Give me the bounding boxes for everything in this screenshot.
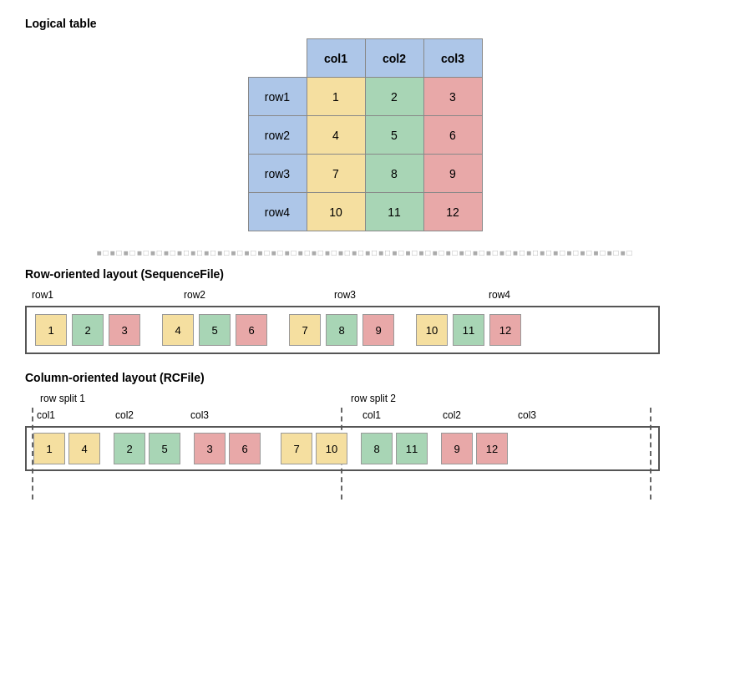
- col-label-s2-col3: col3: [518, 409, 536, 421]
- cell-3-3: 9: [423, 155, 482, 193]
- ro-cell-3: 3: [109, 314, 140, 346]
- cell-4-1: 10: [307, 193, 365, 231]
- rc-cell-10: 10: [316, 433, 347, 464]
- rcfile-row: 1 4 2 5 3 6 7 10 8 11 9: [25, 426, 660, 471]
- split-labels-row: row split 1 row split 2: [25, 393, 660, 409]
- col-label-s1-col3: col3: [190, 409, 209, 421]
- row-header-3: row3: [248, 155, 307, 193]
- table-row: row3 7 8 9: [248, 155, 482, 193]
- ro-cell-10: 10: [416, 314, 448, 346]
- cell-2-1: 4: [307, 116, 365, 155]
- table-row: row2 4 5 6: [248, 116, 482, 155]
- row-header-2: row2: [248, 116, 307, 155]
- row-header-4: row4: [248, 193, 307, 231]
- rc-cell-8: 8: [361, 433, 393, 464]
- row-label-row1: row1: [32, 289, 53, 301]
- ro-cell-12: 12: [489, 314, 521, 346]
- ro-cell-11: 11: [453, 314, 484, 346]
- ro-cell-6: 6: [236, 314, 267, 346]
- row-oriented-title: Row-oriented layout (SequenceFile): [25, 267, 705, 281]
- cell-2-2: 5: [365, 116, 423, 155]
- row-label-row4: row4: [489, 289, 510, 301]
- col-header-2: col2: [365, 39, 423, 78]
- col-oriented-title: Column-oriented layout (RCFile): [25, 371, 705, 384]
- rc-cell-12: 12: [476, 433, 508, 464]
- rcfile-outer: row split 1 row split 2 col1 col2 col3 c…: [25, 393, 660, 471]
- split-label-2: row split 2: [351, 393, 396, 404]
- rcfile-main-row-wrapper: 1 4 2 5 3 6 7 10 8 11 9: [25, 426, 660, 471]
- rc-cell-11: 11: [396, 433, 428, 464]
- col-oriented-section: Column-oriented layout (RCFile) row spli…: [25, 371, 705, 471]
- rc-cell-6: 6: [229, 433, 261, 464]
- table-row: row4 10 11 12: [248, 193, 482, 231]
- cell-4-3: 12: [423, 193, 482, 231]
- rc-cell-2: 2: [114, 433, 145, 464]
- cell-4-2: 11: [365, 193, 423, 231]
- logical-table: col1 col2 col3 row1 1 2 3 row2 4 5 6: [248, 38, 483, 231]
- table-row: row1 1 2 3: [248, 78, 482, 116]
- ro-cell-7: 7: [289, 314, 321, 346]
- col-label-s1-col2: col2: [115, 409, 134, 421]
- col-header-1: col1: [307, 39, 365, 78]
- col-labels-row: col1 col2 col3 col1 col2 col3: [25, 409, 660, 426]
- rc-cell-9: 9: [441, 433, 473, 464]
- row-label-row2: row2: [184, 289, 205, 301]
- cell-1-2: 2: [365, 78, 423, 116]
- col-label-s1-col1: col1: [37, 409, 55, 421]
- col-header-3: col3: [423, 39, 482, 78]
- row-oriented-section: Row-oriented layout (SequenceFile) row1 …: [25, 267, 705, 354]
- ro-cell-8: 8: [326, 314, 357, 346]
- col-label-s2-col2: col2: [443, 409, 461, 421]
- row-label-row3: row3: [334, 289, 356, 301]
- rc-cell-5: 5: [149, 433, 180, 464]
- ro-cell-2: 2: [72, 314, 104, 346]
- ro-cell-1: 1: [35, 314, 67, 346]
- ro-cell-5: 5: [199, 314, 231, 346]
- separator-dots: ■□■□■□■□■□■□■□■□■□■□■□■□■□■□■□■□■□■□■□■□…: [25, 248, 705, 257]
- corner-cell: [248, 39, 307, 78]
- rc-cell-4: 4: [68, 433, 100, 464]
- cell-3-2: 8: [365, 155, 423, 193]
- row-header-1: row1: [248, 78, 307, 116]
- rc-cell-7: 7: [281, 433, 312, 464]
- logical-table-wrapper: col1 col2 col3 row1 1 2 3 row2 4 5 6: [25, 38, 705, 231]
- cell-3-1: 7: [307, 155, 365, 193]
- cell-1-3: 3: [423, 78, 482, 116]
- logical-table-title: Logical table: [25, 17, 705, 30]
- ro-cell-4: 4: [162, 314, 194, 346]
- cell-2-3: 6: [423, 116, 482, 155]
- ro-cell-9: 9: [362, 314, 394, 346]
- rc-cell-1: 1: [33, 433, 65, 464]
- col-label-s2-col1: col1: [362, 409, 381, 421]
- rc-cell-3: 3: [194, 433, 226, 464]
- row-oriented-container: 1 2 3 4 5 6 7 8 9 10 11 12: [25, 306, 660, 354]
- logical-table-section: Logical table col1 col2 col3 row1 1 2 3: [25, 17, 705, 231]
- split-label-1: row split 1: [40, 393, 85, 404]
- cell-1-1: 1: [307, 78, 365, 116]
